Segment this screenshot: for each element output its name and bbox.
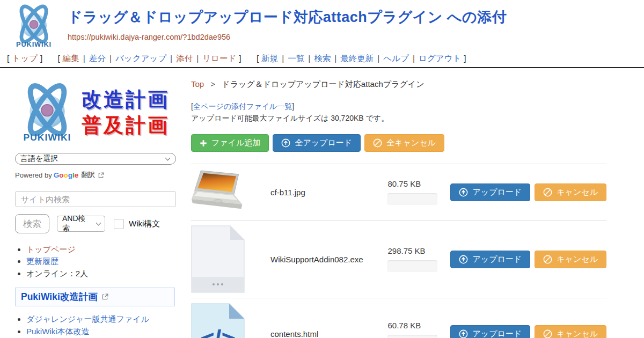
add-file-button[interactable]: ファイル追加	[191, 134, 269, 152]
breadcrumb-home-link[interactable]: Top	[191, 79, 204, 89]
svg-text:PUKIWIKI: PUKIWIKI	[16, 40, 52, 48]
upload-toolbar: ファイル追加 全アップロード 全キャンセル	[191, 134, 606, 152]
search-controls: 検索 AND検索 Wiki構文	[15, 214, 187, 233]
google-logo: Google	[54, 171, 79, 179]
external-link-icon	[102, 293, 108, 300]
laptop-photo-thumbnail	[191, 170, 248, 214]
cancel-button[interactable]: キャンセル	[535, 183, 606, 201]
file-row: WikiSupportAddin082.exe 298.75 KB アップロード…	[191, 220, 606, 298]
sidebar-link-common-files[interactable]: ダジャレンジャー版共通ファイル	[26, 314, 149, 324]
sidebar-list-top: トップページ 更新履歴 オンライン：2人	[26, 244, 183, 278]
arrow-up-circle-icon	[459, 255, 468, 264]
atom-logo-icon: PUKIWIKI	[9, 2, 59, 50]
file-row: cf-b11.jpg 80.75 KB アップロード キャンセル	[191, 164, 606, 220]
chevron-down-icon	[96, 221, 101, 226]
wiki-syntax-checkbox[interactable]	[114, 219, 124, 229]
svg-text:PUKIWIKI: PUKIWIKI	[24, 132, 71, 143]
arrow-up-circle-icon	[281, 138, 290, 148]
file-name: WikiSupportAddin082.exe	[270, 255, 387, 264]
external-link-icon	[98, 172, 104, 178]
breadcrumb-current: ドラッグ＆ドロップアップロード対応attachプラグイン	[222, 79, 424, 89]
nav-item-search[interactable]: 検索	[314, 54, 331, 63]
upload-button[interactable]: アップロード	[450, 251, 530, 268]
nav-item-logout[interactable]: ログアウト	[419, 54, 461, 63]
nav-item-list[interactable]: 一覧	[288, 54, 304, 63]
pukiwiki-logo[interactable]: PUKIWIKI	[9, 2, 59, 53]
page-url[interactable]: https://pukiwiki.dajya-ranger.com/?1bd2d…	[68, 33, 644, 41]
nav-item-diff[interactable]: 差分	[89, 54, 106, 63]
attach-file-list-line: [全ページの添付ファイル一覧]	[191, 102, 606, 112]
all-pages-attach-list-link[interactable]: 全ページの添付ファイル一覧	[193, 102, 292, 111]
sidebar-link-recent-changes[interactable]: 更新履歴	[26, 256, 58, 266]
ban-circle-icon	[543, 188, 552, 197]
breadcrumb: Top > ドラッグ＆ドロップアップロード対応attachプラグイン	[191, 79, 606, 90]
atom-logo-icon: PUKIWIKI	[15, 80, 79, 145]
upload-all-button[interactable]: 全アップロード	[273, 134, 361, 152]
ban-circle-icon	[543, 255, 552, 264]
google-translate-attribution: Powered by Google 翻訳	[15, 170, 187, 180]
upload-button[interactable]: アップロード	[450, 183, 530, 201]
list-item: ダジャレンジャー版共通ファイル	[26, 314, 183, 325]
file-size: 60.78 KB	[387, 321, 448, 330]
nav-item-backup[interactable]: バックアップ	[115, 54, 166, 63]
wiki-syntax-label: Wiki構文	[129, 219, 160, 229]
cancel-button[interactable]: キャンセル	[535, 325, 606, 338]
plus-icon	[200, 139, 207, 147]
upload-button[interactable]: アップロード	[450, 325, 530, 338]
upload-file-list: cf-b11.jpg 80.75 KB アップロード キャンセル	[191, 164, 606, 338]
svg-text:</>: </>	[200, 325, 236, 338]
main-content: Top > ドラッグ＆ドロップアップロード対応attachプラグイン [全ページ…	[187, 68, 644, 338]
nav-group-site: [新規|一覧|検索|最終更新|ヘルプ|ログアウト]	[254, 54, 469, 63]
sidebar-banner[interactable]: PUKIWIKI 改造計画 普及計画	[15, 80, 187, 145]
file-row: </> contents.html 60.78 KB アップロード キャンセル	[191, 298, 606, 338]
sidebar-list-plugins: ダジャレンジャー版共通ファイル PukiWiki本体改造 PukiWikiテキス…	[26, 314, 183, 338]
arrow-up-circle-icon	[459, 329, 468, 338]
translate-link[interactable]: 翻訳	[81, 170, 95, 180]
list-item: PukiWiki本体改造	[26, 326, 183, 337]
file-size: 80.75 KB	[387, 179, 448, 188]
nav-item-recent[interactable]: 最終更新	[340, 54, 374, 63]
nav-item-new[interactable]: 新規	[261, 54, 278, 63]
nav-item-top[interactable]: トップ	[12, 54, 38, 63]
online-count: オンライン：2人	[26, 269, 88, 278]
upload-progress-bar	[387, 260, 437, 272]
header: PUKIWIKI ドラッグ＆ドロップアップロード対応attachプラグイン への…	[0, 0, 644, 52]
ban-circle-icon	[543, 329, 552, 338]
list-item: トップページ	[26, 244, 183, 255]
cancel-all-button[interactable]: 全キャンセル	[364, 134, 444, 152]
upload-progress-bar	[387, 335, 437, 338]
language-select[interactable]: 言語を選択	[15, 153, 176, 165]
html-code-file-icon: </>	[191, 303, 245, 338]
ban-circle-icon	[373, 138, 382, 148]
page-title: ドラッグ＆ドロップアップロード対応attachプラグイン への添付	[68, 8, 644, 27]
nav-item-edit[interactable]: 編集	[63, 54, 79, 63]
banner-fukyu-text: 普及計画	[82, 113, 170, 138]
file-name: cf-b11.jpg	[270, 188, 387, 197]
sidebar-link-top-page[interactable]: トップページ	[26, 245, 76, 254]
generic-file-icon	[191, 225, 245, 293]
sidebar-section-header[interactable]: PukiWiki改造計画	[15, 288, 175, 306]
cancel-button[interactable]: キャンセル	[535, 251, 606, 268]
nav-item-help[interactable]: ヘルプ	[383, 54, 409, 63]
max-upload-size-text: アップロード可能最大ファイルサイズは 30,720KB です。	[191, 114, 606, 123]
list-item: 更新履歴	[26, 256, 183, 267]
chevron-down-icon	[165, 156, 171, 161]
top-navigation: [トップ] [編集|差分|バックアップ|添付|リロード] [新規|一覧|検索|最…	[0, 52, 644, 67]
upload-progress-bar	[387, 193, 437, 205]
nav-item-attach[interactable]: 添付	[176, 54, 193, 63]
nav-group-page: [編集|差分|バックアップ|添付|リロード]	[55, 54, 244, 63]
file-size: 298.75 KB	[387, 246, 448, 255]
arrow-up-circle-icon	[459, 188, 468, 197]
sidebar: PUKIWIKI 改造計画 普及計画 言語を選択 Powered by Goog…	[0, 68, 187, 338]
banner-kaizo-text: 改造計画	[82, 87, 170, 113]
list-item: オンライン：2人	[26, 268, 183, 279]
nav-item-reload[interactable]: リロード	[202, 54, 236, 63]
site-search-input[interactable]	[15, 191, 176, 207]
file-name: contents.html	[270, 329, 387, 338]
search-button[interactable]: 検索	[15, 214, 49, 233]
and-search-select[interactable]: AND検索	[57, 216, 105, 232]
sidebar-link-core-mods[interactable]: PukiWiki本体改造	[26, 327, 90, 336]
nav-group-top: [トップ]	[4, 54, 45, 63]
